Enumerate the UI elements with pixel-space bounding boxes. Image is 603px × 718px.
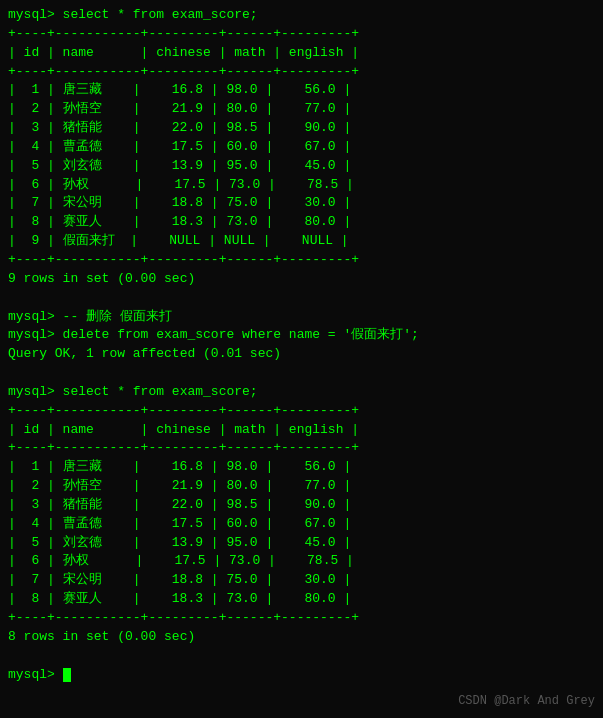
terminal-line: | 9 | 假面来打 | NULL | NULL | NULL | <box>8 232 595 251</box>
terminal-line: | 7 | 宋公明 | 18.8 | 75.0 | 30.0 | <box>8 571 595 590</box>
terminal-line: | 5 | 刘玄德 | 13.9 | 95.0 | 45.0 | <box>8 534 595 553</box>
terminal-line: mysql> -- 删除 假面来打 <box>8 308 595 327</box>
terminal-line: +----+-----------+---------+------+-----… <box>8 439 595 458</box>
terminal-line: +----+-----------+---------+------+-----… <box>8 402 595 421</box>
terminal-line <box>8 364 595 383</box>
terminal-line: | id | name | chinese | math | english | <box>8 44 595 63</box>
terminal-line: | 2 | 孙悟空 | 21.9 | 80.0 | 77.0 | <box>8 477 595 496</box>
cursor <box>63 668 71 682</box>
terminal-line: | id | name | chinese | math | english | <box>8 421 595 440</box>
watermark-label: CSDN @Dark And Grey <box>458 693 595 710</box>
terminal-line: | 8 | 赛亚人 | 18.3 | 73.0 | 80.0 | <box>8 213 595 232</box>
terminal-line: +----+-----------+---------+------+-----… <box>8 251 595 270</box>
terminal-line: | 2 | 孙悟空 | 21.9 | 80.0 | 77.0 | <box>8 100 595 119</box>
terminal-line: | 4 | 曹孟德 | 17.5 | 60.0 | 67.0 | <box>8 515 595 534</box>
prompt-text: mysql> <box>8 667 63 682</box>
terminal-line: | 1 | 唐三藏 | 16.8 | 98.0 | 56.0 | <box>8 81 595 100</box>
terminal-line: 9 rows in set (0.00 sec) <box>8 270 595 289</box>
terminal-line <box>8 289 595 308</box>
terminal-line: +----+-----------+---------+------+-----… <box>8 25 595 44</box>
terminal-line: | 4 | 曹孟德 | 17.5 | 60.0 | 67.0 | <box>8 138 595 157</box>
terminal-line: | 7 | 宋公明 | 18.8 | 75.0 | 30.0 | <box>8 194 595 213</box>
terminal-line: | 8 | 赛亚人 | 18.3 | 73.0 | 80.0 | <box>8 590 595 609</box>
terminal-line: | 1 | 唐三藏 | 16.8 | 98.0 | 56.0 | <box>8 458 595 477</box>
terminal-output: mysql> select * from exam_score;+----+--… <box>8 6 595 684</box>
terminal-line: | 6 | 孙权 | 17.5 | 73.0 | 78.5 | <box>8 552 595 571</box>
terminal-line <box>8 647 595 666</box>
terminal-line: mysql> select * from exam_score; <box>8 6 595 25</box>
terminal-line: mysql> select * from exam_score; <box>8 383 595 402</box>
terminal-line: +----+-----------+---------+------+-----… <box>8 609 595 628</box>
terminal-line: mysql> delete from exam_score where name… <box>8 326 595 345</box>
terminal-line: | 3 | 猪悟能 | 22.0 | 98.5 | 90.0 | <box>8 119 595 138</box>
terminal-line: 8 rows in set (0.00 sec) <box>8 628 595 647</box>
terminal-line: | 5 | 刘玄德 | 13.9 | 95.0 | 45.0 | <box>8 157 595 176</box>
terminal-line: mysql> <box>8 666 595 685</box>
terminal-line: +----+-----------+---------+------+-----… <box>8 63 595 82</box>
terminal-line: Query OK, 1 row affected (0.01 sec) <box>8 345 595 364</box>
terminal-line: | 3 | 猪悟能 | 22.0 | 98.5 | 90.0 | <box>8 496 595 515</box>
terminal-line: | 6 | 孙权 | 17.5 | 73.0 | 78.5 | <box>8 176 595 195</box>
